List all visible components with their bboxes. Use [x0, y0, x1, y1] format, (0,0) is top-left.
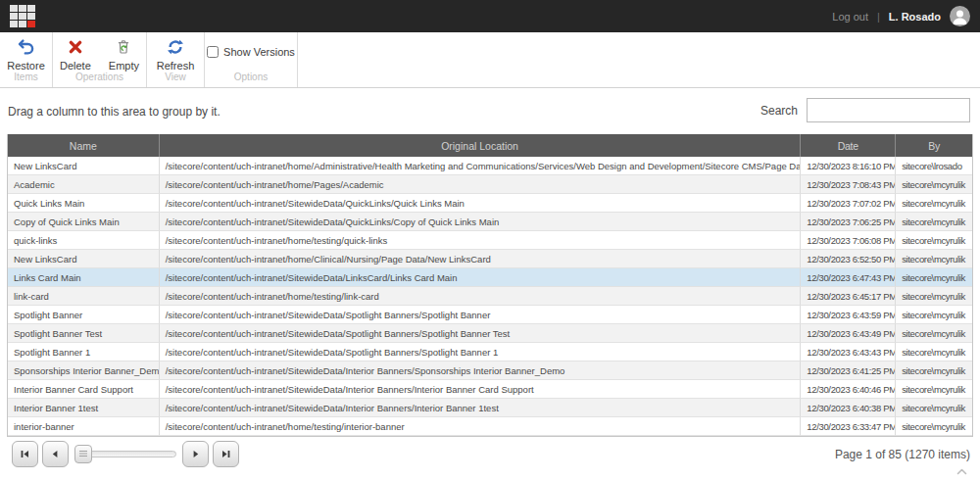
app-logo-icon[interactable]: [10, 5, 35, 27]
restore-icon: [17, 37, 36, 57]
cell-location: /sitecore/content/uch-intranet/home/test…: [160, 231, 802, 250]
group-label-operations: Operations: [53, 72, 146, 87]
pagination-bar: [12, 440, 239, 467]
cell-date: 12/30/2023 6:41:25 PM: [801, 361, 896, 380]
column-header-by[interactable]: By: [896, 134, 972, 157]
cell-by: sitecore\mcyrulik: [896, 194, 972, 213]
cell-location: /sitecore/content/uch-intranet/SitewideD…: [160, 268, 802, 287]
table-row[interactable]: Interior Banner 1test/sitecore/content/u…: [8, 399, 972, 417]
search-input[interactable]: [807, 98, 970, 122]
table-header-row: NameOriginal LocationDateBy: [8, 134, 972, 157]
column-header-date[interactable]: Date: [801, 134, 896, 157]
show-versions-checkbox[interactable]: [207, 46, 219, 58]
table-row[interactable]: Spotlight Banner 1/sitecore/content/uch-…: [8, 343, 972, 361]
last-page-button[interactable]: [213, 441, 239, 467]
table-body: New LinksCard/sitecore/content/uch-intra…: [8, 157, 972, 436]
cell-name: New LinksCard: [8, 250, 160, 268]
column-header-name[interactable]: Name: [8, 134, 160, 157]
group-label-options: Options: [205, 72, 297, 87]
cell-date: 12/30/2023 6:40:46 PM: [801, 380, 896, 399]
cell-by: sitecore\mcyrulik: [896, 231, 972, 250]
recycle-bin-table: NameOriginal LocationDateBy New LinksCar…: [7, 134, 973, 437]
cell-by: sitecore\mcyrulik: [896, 343, 972, 361]
empty-button[interactable]: Empty: [102, 37, 146, 72]
page-info: Page 1 of 85 (1270 items): [835, 448, 970, 461]
cell-date: 12/30/2023 6:45:17 PM: [801, 287, 896, 306]
cell-by: sitecore\mcyrulik: [896, 399, 972, 417]
topbar: Log out | L. Rosado: [0, 0, 980, 32]
toolbar-group-options: Show Versions Options: [205, 32, 297, 87]
recycle-bin-window: Log out | L. Rosado Restore Items: [0, 0, 980, 481]
table-row[interactable]: link-card/sitecore/content/uch-intranet/…: [8, 287, 972, 306]
cell-date: 12/30/2023 6:43:43 PM: [801, 343, 896, 361]
cell-location: /sitecore/content/uch-intranet/SitewideD…: [160, 380, 802, 399]
restore-button[interactable]: Restore: [0, 37, 52, 72]
table-row[interactable]: Spotlight Banner/sitecore/content/uch-in…: [8, 306, 972, 324]
table-row[interactable]: New LinksCard/sitecore/content/uch-intra…: [8, 250, 972, 268]
cell-by: sitecore\mcyrulik: [896, 361, 972, 380]
cell-location: /sitecore/content/uch-intranet/home/Clin…: [160, 250, 802, 268]
group-label-items: Items: [0, 72, 52, 87]
cell-by: sitecore\mcyrulik: [896, 213, 972, 231]
cell-by: sitecore\mcyrulik: [896, 250, 972, 268]
cell-location: /sitecore/content/uch-intranet/home/test…: [160, 417, 802, 436]
cell-date: 12/30/2023 6:43:49 PM: [801, 324, 896, 343]
previous-page-button[interactable]: [42, 441, 69, 467]
cell-date: 12/30/2023 7:06:25 PM: [801, 213, 896, 231]
cell-date: 12/30/2023 7:07:02 PM: [801, 194, 896, 213]
show-versions-option[interactable]: Show Versions: [207, 37, 295, 58]
user-name[interactable]: L. Rosado: [889, 11, 941, 23]
page-slider[interactable]: [74, 441, 176, 467]
cell-location: /sitecore/content/uch-intranet/SitewideD…: [160, 194, 802, 213]
cell-by: sitecore\mcyrulik: [896, 268, 972, 287]
table-row[interactable]: Sponsorships Interior Banner_Demo/siteco…: [8, 361, 972, 380]
cell-location: /sitecore/content/uch-intranet/SitewideD…: [160, 324, 802, 343]
cell-name: Spotlight Banner Test: [8, 324, 160, 343]
show-versions-label: Show Versions: [223, 46, 295, 58]
toolbar-divider: [297, 32, 298, 87]
group-label-view: View: [147, 72, 204, 87]
table-row[interactable]: quick-links/sitecore/content/uch-intrane…: [8, 231, 972, 250]
delete-x-icon: [67, 37, 84, 57]
cell-location: /sitecore/content/uch-intranet/home/test…: [160, 287, 802, 306]
user-avatar-icon[interactable]: [950, 6, 970, 26]
cell-by: sitecore\mcyrulik: [896, 380, 972, 399]
cell-date: 12/30/2023 7:08:43 PM: [801, 175, 896, 194]
cell-name: Links Card Main: [8, 268, 160, 287]
table-row[interactable]: Interior Banner Card Support/sitecore/co…: [8, 380, 972, 399]
cell-by: sitecore\mcyrulik: [896, 324, 972, 343]
table-row[interactable]: New LinksCard/sitecore/content/uch-intra…: [8, 157, 972, 175]
empty-label: Empty: [109, 60, 139, 72]
collapse-chevron-icon[interactable]: [956, 462, 968, 480]
refresh-icon: [166, 37, 185, 57]
topbar-separator: |: [877, 11, 880, 23]
column-header-location[interactable]: Original Location: [160, 134, 802, 157]
cell-location: /sitecore/content/uch-intranet/SitewideD…: [160, 306, 802, 324]
refresh-button[interactable]: Refresh: [150, 37, 202, 72]
cell-date: 12/30/2023 7:06:08 PM: [801, 231, 896, 250]
toolbar-group-items: Restore Items: [0, 32, 52, 87]
cell-name: Copy of Quick Links Main: [8, 213, 160, 231]
cell-date: 12/30/2023 6:43:59 PM: [801, 306, 896, 324]
cell-location: /sitecore/content/uch-intranet/SitewideD…: [160, 213, 802, 231]
group-by-hint: Drag a column to this area to group by i…: [8, 105, 220, 119]
delete-button[interactable]: Delete: [53, 37, 98, 72]
table-row[interactable]: Links Card Main/sitecore/content/uch-int…: [8, 268, 972, 287]
cell-name: link-card: [8, 287, 160, 306]
table-row[interactable]: Spotlight Banner Test/sitecore/content/u…: [8, 324, 972, 343]
cell-date: 12/30/2023 8:16:10 PM: [801, 157, 896, 175]
cell-location: /sitecore/content/uch-intranet/SitewideD…: [160, 343, 802, 361]
logout-link[interactable]: Log out: [832, 11, 868, 23]
topbar-user-area: Log out | L. Rosado: [832, 6, 970, 26]
table-row[interactable]: Quick Links Main/sitecore/content/uch-in…: [8, 194, 972, 213]
table-row[interactable]: interior-banner/sitecore/content/uch-int…: [8, 417, 972, 436]
search-label: Search: [760, 104, 798, 118]
first-page-button[interactable]: [12, 441, 38, 467]
table-row[interactable]: Copy of Quick Links Main/sitecore/conten…: [8, 213, 972, 231]
group-by-bar: Drag a column to this area to group by i…: [0, 89, 980, 134]
cell-name: Quick Links Main: [8, 194, 160, 213]
table-row[interactable]: Academic/sitecore/content/uch-intranet/h…: [8, 175, 972, 194]
cell-date: 12/30/2023 6:33:47 PM: [801, 417, 896, 436]
page-slider-handle[interactable]: [74, 445, 92, 463]
next-page-button[interactable]: [182, 441, 209, 467]
